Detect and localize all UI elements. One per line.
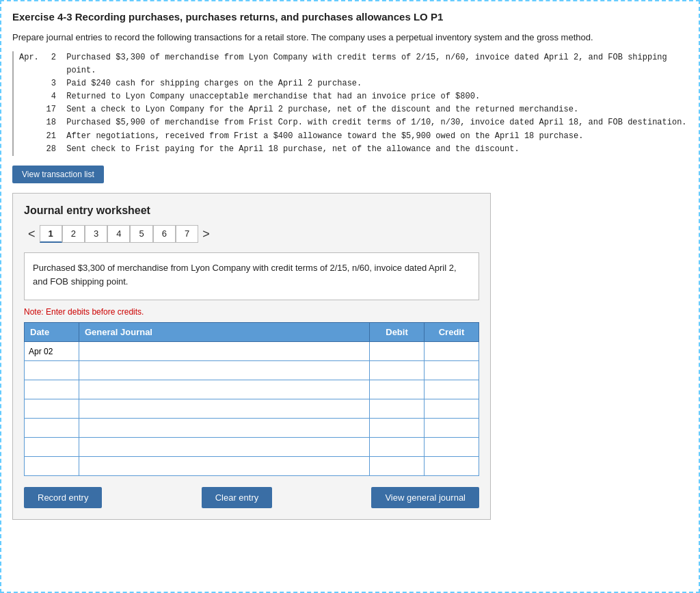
debit-input[interactable] bbox=[370, 419, 424, 437]
date-input[interactable] bbox=[25, 438, 79, 456]
trans-month: Apr. bbox=[19, 51, 40, 77]
tab-3[interactable]: 3 bbox=[85, 225, 107, 243]
debit-input[interactable] bbox=[370, 342, 424, 360]
credit-input[interactable] bbox=[425, 361, 479, 380]
clear-entry-button[interactable]: Clear entry bbox=[202, 487, 273, 508]
trans-day: 3 bbox=[42, 77, 56, 90]
trans-month bbox=[19, 143, 40, 156]
journal-input[interactable] bbox=[79, 457, 369, 475]
col-header-credit: Credit bbox=[425, 323, 479, 342]
table-row bbox=[25, 342, 479, 361]
tab-navigation: < 1234567 > bbox=[24, 225, 479, 243]
credit-input[interactable] bbox=[425, 438, 479, 456]
trans-month bbox=[19, 77, 40, 90]
trans-text: Purchased $5,900 of merchandise from Fri… bbox=[66, 116, 688, 129]
table-row bbox=[25, 419, 479, 438]
transaction-item: 3 Paid $240 cash for shipping charges on… bbox=[19, 77, 688, 90]
worksheet-title: Journal entry worksheet bbox=[24, 205, 479, 217]
trans-text: After negotiations, received from Frist … bbox=[66, 130, 688, 143]
date-input[interactable] bbox=[25, 457, 79, 475]
journal-input[interactable] bbox=[79, 438, 369, 456]
credit-input[interactable] bbox=[425, 342, 479, 360]
trans-day: 4 bbox=[42, 90, 56, 103]
date-input[interactable] bbox=[25, 361, 79, 380]
date-input[interactable] bbox=[25, 380, 79, 399]
transaction-item: 18 Purchased $5,900 of merchandise from … bbox=[19, 116, 688, 129]
date-input[interactable] bbox=[25, 419, 79, 437]
table-row bbox=[25, 361, 479, 380]
trans-day: 2 bbox=[42, 51, 56, 77]
journal-input[interactable] bbox=[79, 380, 369, 399]
tab-next-arrow[interactable]: > bbox=[198, 226, 214, 243]
tab-4[interactable]: 4 bbox=[107, 225, 130, 243]
exercise-title: Exercise 4-3 Recording purchases, purcha… bbox=[12, 11, 688, 23]
credit-input[interactable] bbox=[425, 399, 479, 418]
table-row bbox=[25, 457, 479, 476]
trans-text: Paid $240 cash for shipping charges on t… bbox=[66, 77, 688, 90]
date-input[interactable] bbox=[25, 342, 79, 360]
credit-input[interactable] bbox=[425, 457, 479, 475]
trans-text: Purchased $3,300 of merchandise from Lyo… bbox=[66, 51, 688, 77]
trans-month bbox=[19, 116, 40, 129]
credit-input[interactable] bbox=[425, 419, 479, 437]
view-general-journal-button[interactable]: View general journal bbox=[371, 487, 479, 508]
debit-input[interactable] bbox=[370, 380, 424, 399]
tab-5[interactable]: 5 bbox=[130, 225, 152, 243]
col-header-date: Date bbox=[25, 323, 79, 342]
journal-input[interactable] bbox=[79, 399, 369, 418]
record-entry-button[interactable]: Record entry bbox=[24, 487, 102, 508]
view-transaction-button[interactable]: View transaction list bbox=[12, 166, 104, 183]
transaction-item: 21 After negotiations, received from Fri… bbox=[19, 130, 688, 143]
intro-text: Prepare journal entries to record the fo… bbox=[12, 31, 688, 44]
journal-input[interactable] bbox=[79, 419, 369, 437]
transaction-description: Purchased $3,300 of merchandise from Lyo… bbox=[24, 252, 479, 300]
tab-1[interactable]: 1 bbox=[40, 225, 62, 243]
credit-input[interactable] bbox=[425, 380, 479, 399]
tab-2[interactable]: 2 bbox=[62, 225, 85, 243]
trans-month bbox=[19, 103, 40, 116]
trans-day: 21 bbox=[42, 130, 56, 143]
col-header-debit: Debit bbox=[370, 323, 425, 342]
trans-day: 28 bbox=[42, 143, 56, 156]
trans-day: 17 bbox=[42, 103, 56, 116]
tab-7[interactable]: 7 bbox=[176, 225, 198, 243]
worksheet-container: Journal entry worksheet < 1234567 > Purc… bbox=[12, 193, 491, 520]
trans-text: Sent a check to Lyon Company for the Apr… bbox=[66, 103, 688, 116]
transaction-item: 4 Returned to Lyon Company unacceptable … bbox=[19, 90, 688, 103]
note-text: Note: Enter debits before credits. bbox=[24, 307, 479, 317]
journal-input[interactable] bbox=[79, 361, 369, 380]
transaction-item: 17 Sent a check to Lyon Company for the … bbox=[19, 103, 688, 116]
trans-day: 18 bbox=[42, 116, 56, 129]
tab-prev-arrow[interactable]: < bbox=[24, 226, 40, 243]
col-header-journal: General Journal bbox=[79, 323, 370, 342]
transaction-item: Apr.2 Purchased $3,300 of merchandise fr… bbox=[19, 51, 688, 77]
trans-text: Returned to Lyon Company unacceptable me… bbox=[66, 90, 688, 103]
journal-table: Date General Journal Debit Credit bbox=[24, 322, 479, 476]
debit-input[interactable] bbox=[370, 438, 424, 456]
transaction-item: 28 Sent check to Frist paying for the Ap… bbox=[19, 143, 688, 156]
trans-text: Sent check to Frist paying for the April… bbox=[66, 143, 688, 156]
button-row: Record entry Clear entry View general jo… bbox=[24, 487, 479, 508]
trans-month bbox=[19, 90, 40, 103]
debit-input[interactable] bbox=[370, 457, 424, 475]
table-row bbox=[25, 380, 479, 399]
tab-6[interactable]: 6 bbox=[153, 225, 176, 243]
debit-input[interactable] bbox=[370, 399, 424, 418]
date-input[interactable] bbox=[25, 399, 79, 418]
table-row bbox=[25, 438, 479, 457]
table-row bbox=[25, 399, 479, 419]
trans-month bbox=[19, 130, 40, 143]
debit-input[interactable] bbox=[370, 361, 424, 380]
transactions-list: Apr.2 Purchased $3,300 of merchandise fr… bbox=[12, 51, 688, 157]
journal-input[interactable] bbox=[79, 342, 369, 360]
